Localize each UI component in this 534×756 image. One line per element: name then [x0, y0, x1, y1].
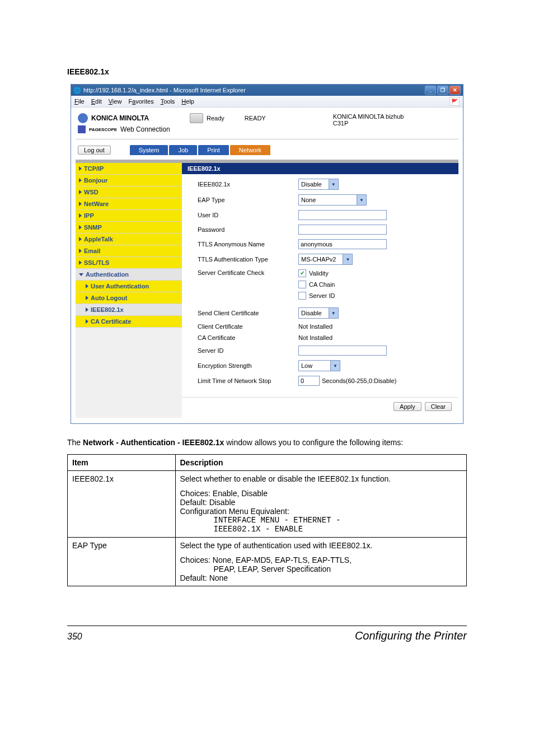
apply-button[interactable]: Apply: [394, 402, 421, 411]
select-send-client-cert[interactable]: Disable▼: [298, 307, 339, 319]
arrow-right-icon: [79, 213, 82, 218]
arrow-right-icon: [79, 166, 82, 171]
left-nav: TCP/IP Bonjour WSD NetWare IPP SNMP Appl…: [76, 163, 182, 418]
nav-tcpip[interactable]: TCP/IP: [76, 163, 182, 175]
nav-ssltls[interactable]: SSL/TLS: [76, 257, 182, 269]
cell-desc: Select the type of authentication used w…: [175, 537, 467, 586]
arrow-right-icon: [79, 178, 82, 183]
arrow-right-icon: [86, 284, 88, 288]
input-ttls-anon[interactable]: [298, 239, 387, 249]
arrow-right-icon: [86, 319, 88, 324]
tab-print[interactable]: Print: [198, 145, 229, 155]
chk-label-serverid: Server ID: [309, 292, 335, 299]
nav-bonjour[interactable]: Bonjour: [76, 175, 182, 186]
arrow-right-icon: [79, 249, 82, 253]
tab-job[interactable]: Job: [169, 145, 197, 155]
select-ttls-auth[interactable]: MS-CHAPv2▼: [298, 254, 353, 265]
label-ttls-auth-type: TTLS Authentication Type: [198, 256, 298, 263]
nav-authentication[interactable]: Authentication: [76, 269, 182, 281]
menu-help[interactable]: Help: [181, 98, 194, 105]
page-footer: 350 Configuring the Printer: [67, 626, 467, 642]
window-title: http://192.168.1.2/a_index.html - Micros…: [83, 87, 246, 94]
input-limit-time[interactable]: [298, 376, 320, 386]
ready-label: Ready: [207, 115, 224, 122]
label-limit-time: Limit Time of Network Stop: [198, 377, 298, 384]
value-ca-cert: Not Installed: [298, 334, 332, 341]
nav-auto-logout[interactable]: Auto Logout: [76, 292, 182, 304]
nav-wsd[interactable]: WSD: [76, 186, 182, 198]
konica-logo-icon: [78, 113, 88, 123]
select-encryption-strength[interactable]: Low▼: [298, 360, 340, 371]
th-description: Description: [175, 454, 467, 470]
table-row: IEEE802.1x Select whether to enable or d…: [68, 470, 467, 537]
checkbox-validity[interactable]: ✔: [298, 269, 306, 277]
menu-edit[interactable]: Edit: [91, 98, 102, 105]
label-server-cert-check: Server Certificate Check: [198, 269, 298, 276]
pane-title: IEEE802.1x: [182, 163, 458, 174]
menu-tools[interactable]: Tools: [161, 98, 175, 105]
checkbox-serverid[interactable]: [298, 292, 306, 300]
menu-view[interactable]: View: [109, 98, 122, 105]
device-line1: KONICA MINOLTA bizhub: [333, 113, 404, 120]
nav-user-authentication[interactable]: User Authentication: [76, 281, 182, 292]
chk-label-validity: Validity: [309, 270, 329, 277]
limit-suffix: Seconds(60-255,0:Disable): [322, 377, 396, 384]
label-eap-type: EAP Type: [198, 197, 298, 203]
arrow-right-icon: [79, 202, 82, 206]
label-ttls-anon: TTLS Anonymous Name: [198, 241, 298, 248]
label-user-id: User ID: [198, 212, 298, 218]
value-client-cert: Not Installed: [298, 323, 332, 330]
chevron-down-icon: ▼: [357, 195, 366, 205]
brand-name: KONICA MINOLTA: [91, 114, 149, 122]
arrow-right-icon: [86, 307, 88, 312]
label-server-id: Server ID: [198, 347, 298, 354]
titlebar: 🌐 http://192.168.1.2/a_index.html - Micr…: [71, 85, 463, 96]
nav-ieee8021x[interactable]: IEEE802.1x: [76, 304, 182, 316]
select-eap-type[interactable]: None▼: [298, 194, 367, 206]
clear-button[interactable]: Clear: [425, 402, 452, 411]
ie-throbber-icon: 🚩: [449, 97, 460, 106]
pagescope-label: Web Connection: [120, 125, 170, 133]
arrow-right-icon: [86, 296, 88, 300]
arrow-down-icon: [79, 273, 83, 276]
input-server-id[interactable]: [298, 346, 387, 356]
label-client-cert: Client Certificate: [198, 323, 298, 330]
label-password: Password: [198, 226, 298, 233]
arrow-right-icon: [79, 260, 82, 265]
ie-icon: 🌐: [73, 87, 81, 94]
label-encryption-strength: Encryption Strength: [198, 362, 298, 369]
nav-email[interactable]: Email: [76, 245, 182, 257]
window-restore-button[interactable]: ❐: [437, 86, 448, 95]
chevron-down-icon: ▼: [330, 361, 340, 371]
cell-item: IEEE802.1x: [68, 470, 176, 537]
window-minimize-button[interactable]: _: [425, 86, 436, 95]
nav-ipp[interactable]: IPP: [76, 210, 182, 222]
logout-button[interactable]: Log out: [78, 146, 111, 155]
menu-favorites[interactable]: Favorites: [128, 98, 153, 105]
window-close-button[interactable]: ✕: [449, 86, 461, 95]
chevron-down-icon: ▼: [329, 179, 338, 189]
input-user-id[interactable]: [298, 210, 387, 220]
th-item: Item: [68, 454, 176, 470]
menubar: File Edit View Favorites Tools Help 🚩: [71, 96, 463, 108]
description-paragraph: The Network - Authentication - IEEE802.1…: [67, 437, 467, 449]
select-ieee[interactable]: Disable▼: [298, 179, 339, 190]
printer-icon: [190, 113, 203, 123]
tab-system[interactable]: System: [130, 145, 168, 155]
chevron-down-icon: ▼: [343, 254, 352, 264]
tab-network[interactable]: Network: [230, 145, 270, 155]
menu-file[interactable]: File: [74, 98, 85, 105]
pagescope-prefix: PAGESCOPE: [89, 127, 117, 132]
nav-appletalk[interactable]: AppleTalk: [76, 234, 182, 245]
label-ieee: IEEE802.1x: [198, 181, 298, 188]
input-password[interactable]: [298, 225, 387, 235]
nav-netware[interactable]: NetWare: [76, 198, 182, 210]
nav-ca-certificate[interactable]: CA Certificate: [76, 316, 182, 328]
arrow-right-icon: [79, 237, 82, 241]
pagescope-icon: [78, 125, 86, 133]
nav-snmp[interactable]: SNMP: [76, 222, 182, 234]
table-row: EAP Type Select the type of authenticati…: [68, 537, 467, 586]
label-ca-cert: CA Certificate: [198, 334, 298, 341]
checkbox-cachain[interactable]: [298, 281, 306, 288]
arrow-right-icon: [79, 190, 82, 194]
